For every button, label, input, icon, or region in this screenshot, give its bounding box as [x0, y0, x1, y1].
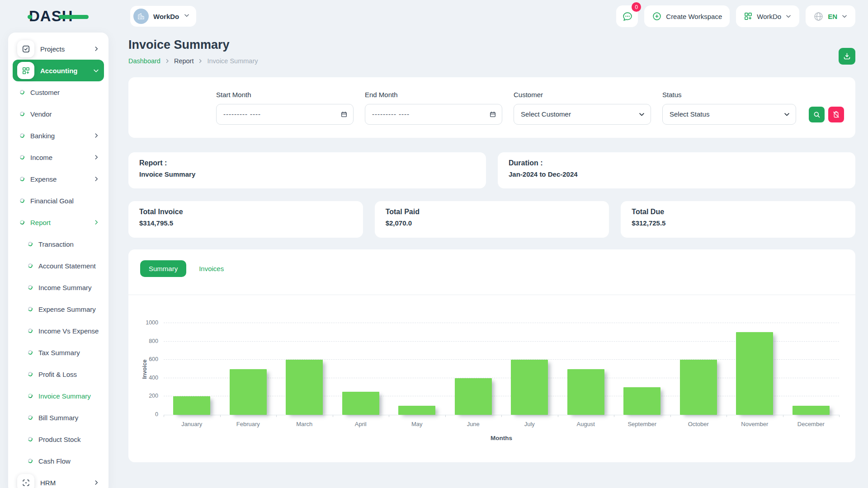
- breadcrumb-report[interactable]: Report: [174, 57, 194, 65]
- sidebar-item-label: Expense Summary: [38, 305, 96, 313]
- sidebar-item-label: Report: [30, 219, 51, 226]
- end-month-label: End Month: [365, 91, 502, 99]
- x-tick-mark: [614, 415, 614, 417]
- sidebar-item-financial-goal[interactable]: Financial Goal: [13, 190, 104, 211]
- sidebar-item-account-statement[interactable]: Account Statement: [13, 255, 104, 277]
- sidebar-item-accounting[interactable]: Accounting: [13, 60, 104, 81]
- x-tick-mark: [839, 415, 840, 417]
- sidebar-item-income-vs-expense[interactable]: Income Vs Expense: [13, 320, 104, 342]
- download-icon: [843, 52, 851, 61]
- bullet-icon: [28, 436, 33, 442]
- stats-row: Total Invoice $314,795.5 Total Paid $2,0…: [128, 201, 855, 238]
- sidebar-item-label: Customer: [30, 89, 60, 96]
- sidebar-item-transaction[interactable]: Transaction: [13, 233, 104, 255]
- y-tick-label: 1000: [140, 319, 158, 326]
- sidebar-item-report[interactable]: Report: [13, 211, 104, 233]
- bar-may: [398, 406, 435, 415]
- y-tick-label: 600: [140, 356, 158, 362]
- sidebar-item-vendor[interactable]: Vendor: [13, 103, 104, 125]
- header-actions: 0 Create Workspace WorkDo EN: [616, 5, 855, 27]
- account-dropdown[interactable]: WorkDo: [736, 5, 799, 27]
- account-label: WorkDo: [757, 13, 781, 20]
- bullet-icon: [28, 306, 33, 312]
- main-content: Invoice Summary Dashboard Report Invoice…: [128, 33, 855, 462]
- sidebar-item-income-summary[interactable]: Income Summary: [13, 277, 104, 298]
- create-workspace-label: Create Workspace: [666, 13, 722, 20]
- bullet-icon: [28, 263, 33, 268]
- tab-invoices[interactable]: Invoices: [199, 265, 224, 272]
- bar-october: [680, 360, 717, 415]
- breadcrumb-dashboard[interactable]: Dashboard: [128, 57, 160, 65]
- sidebar-item-customer[interactable]: Customer: [13, 81, 104, 103]
- start-month-input[interactable]: [216, 104, 354, 125]
- start-month-field: Start Month: [216, 91, 354, 125]
- sidebar-item-product-stock[interactable]: Product Stock: [13, 428, 104, 450]
- x-tick-mark: [501, 415, 502, 417]
- chart-plot: Invoice Months 02004006008001000JanuaryF…: [164, 323, 839, 415]
- x-label-july: July: [501, 421, 558, 427]
- total-due-card: Total Due $312,725.5: [621, 201, 855, 238]
- search-icon: [813, 111, 821, 118]
- x-tick-mark: [670, 415, 671, 417]
- report-card: Report : Invoice Summary: [128, 152, 486, 188]
- apply-filter-button[interactable]: [809, 107, 825, 122]
- bar-june: [455, 378, 492, 415]
- sidebar-item-income[interactable]: Income: [13, 146, 104, 168]
- reset-filter-button[interactable]: [828, 107, 844, 122]
- report-title: Report :: [139, 159, 475, 167]
- duration-card: Duration : Jan-2024 to Dec-2024: [498, 152, 855, 188]
- workspace-name: WorkDo: [153, 13, 179, 20]
- workspace-avatar: [133, 9, 149, 24]
- sidebar-item-expense-summary[interactable]: Expense Summary: [13, 298, 104, 320]
- bullet-icon: [28, 285, 33, 290]
- sidebar-item-label: Profit & Loss: [38, 371, 77, 378]
- sidebar-item-tax-summary[interactable]: Tax Summary: [13, 342, 104, 363]
- total-paid-card: Total Paid $2,070.0: [375, 201, 609, 238]
- x-label-april: April: [333, 421, 389, 427]
- x-tick-mark: [333, 415, 333, 417]
- customer-select[interactable]: Select Customer: [514, 104, 651, 125]
- bullet-icon: [19, 133, 25, 138]
- x-tick-mark: [783, 415, 783, 417]
- x-tick-mark: [164, 415, 164, 417]
- sidebar-item-profit-loss[interactable]: Profit & Loss: [13, 363, 104, 385]
- page-head: Invoice Summary Dashboard Report Invoice…: [128, 33, 855, 65]
- sidebar-item-invoice-summary[interactable]: Invoice Summary: [13, 385, 104, 407]
- total-invoice-label: Total Invoice: [139, 208, 352, 216]
- bullet-icon: [28, 241, 33, 247]
- status-select[interactable]: Select Status: [662, 104, 796, 125]
- sidebar-item-projects[interactable]: Projects: [13, 38, 104, 60]
- x-tick-mark: [558, 415, 558, 417]
- workspace-switcher[interactable]: WorkDo: [130, 6, 196, 27]
- sidebar-item-hrm[interactable]: HRM: [13, 472, 104, 488]
- bullet-icon: [19, 155, 25, 160]
- download-button[interactable]: [839, 48, 855, 65]
- sidebar-item-label: Product Stock: [38, 436, 80, 443]
- end-month-field: End Month: [365, 91, 502, 125]
- language-dropdown[interactable]: EN: [806, 5, 855, 27]
- globe-icon: [813, 11, 824, 22]
- total-due-value: $312,725.5: [632, 219, 844, 227]
- grid-plus-icon: [744, 12, 753, 21]
- chevron-right-icon: [93, 132, 99, 139]
- status-field: Status Select Status: [662, 91, 796, 125]
- sidebar-item-expense[interactable]: Expense: [13, 168, 104, 190]
- create-workspace-button[interactable]: Create Workspace: [644, 5, 730, 27]
- sidebar-item-banking[interactable]: Banking: [13, 125, 104, 146]
- sidebar-item-cash-flow[interactable]: Cash Flow: [13, 450, 104, 472]
- end-month-input[interactable]: [365, 104, 502, 125]
- sidebar-item-label: Income Summary: [38, 284, 92, 291]
- bullet-icon: [28, 415, 33, 420]
- chevron-down-icon: [184, 12, 190, 20]
- bar-april: [342, 392, 379, 415]
- sidebar-item-bill-summary[interactable]: Bill Summary: [13, 407, 104, 428]
- sidebar-item-label: Transaction: [38, 240, 74, 248]
- top-header: DASH WorkDo 0 Create Workspace WorkDo: [0, 0, 868, 33]
- tab-summary[interactable]: Summary: [140, 260, 186, 277]
- messages-button[interactable]: 0: [616, 5, 638, 27]
- app-logo: DASH: [29, 7, 84, 25]
- sidebar-item-label: Vendor: [30, 110, 52, 118]
- x-label-august: August: [558, 421, 614, 427]
- sidebar-item-label: Income Vs Expense: [38, 327, 99, 335]
- sidebar-item-label: Account Statement: [38, 262, 96, 270]
